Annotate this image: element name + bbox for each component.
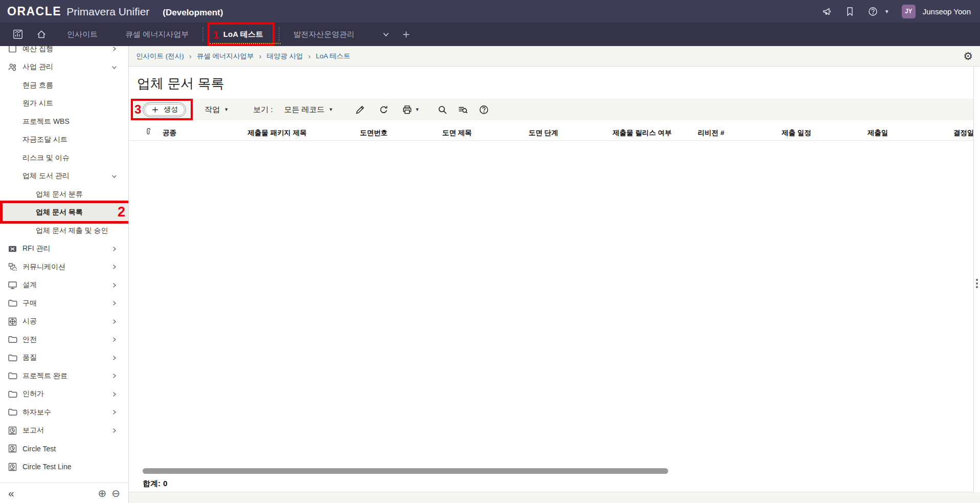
actions-dropdown[interactable]: 작업 ▼ <box>204 105 229 115</box>
sidebar-item-circle-test-line[interactable]: Circle Test Line <box>0 458 128 476</box>
toolbar: 3 생성 작업 ▼ 보기 : 모든 레코드 ▼ <box>129 99 973 120</box>
report-icon <box>7 425 18 436</box>
tab-qcells-energy[interactable]: 큐셀 에너지사업부 <box>111 30 202 39</box>
sidebar-footer: « ⊕ ⊖ <box>0 483 128 503</box>
table-header-row: 공종 제출물 패키지 제목 도면번호 도면 제목 도면 단계 제출물 릴리스 여… <box>129 125 980 141</box>
printer-icon <box>402 104 413 115</box>
chevron-right-icon <box>111 46 118 52</box>
tab-loa-test-active[interactable]: LoA 테스트 <box>223 30 263 39</box>
breadcrumb-solar-project[interactable]: 태양광 사업 <box>267 52 303 61</box>
home-icon[interactable] <box>36 29 47 40</box>
brand-logo: ORACLE Primavera Unifier (Development) <box>7 5 223 18</box>
chevron-right-icon <box>111 246 118 252</box>
find-in-list-icon[interactable] <box>458 104 468 115</box>
folder-icon <box>7 334 18 345</box>
view-dropdown[interactable]: 모든 레코드 ▼ <box>284 105 333 115</box>
help-icon[interactable] <box>478 104 489 115</box>
breadcrumb-insight[interactable]: 인사이트 (전사) <box>136 52 184 61</box>
tab-separator <box>202 27 203 41</box>
paperclip-icon[interactable] <box>144 127 153 136</box>
sidebar-item-design[interactable]: 설계 <box>0 276 128 295</box>
folder-icon <box>7 389 18 400</box>
total-count: 합계: 0 <box>143 479 167 489</box>
help-menu-caret-icon[interactable]: ▼ <box>884 9 890 14</box>
zoom-out-icon[interactable]: ⊖ <box>111 488 120 498</box>
folder-icon <box>7 353 18 363</box>
refresh-icon[interactable] <box>378 104 389 115</box>
portfolio-chart-icon[interactable] <box>12 29 24 40</box>
sidebar-item-circle-test[interactable]: Circle Test <box>0 440 128 458</box>
announcements-icon[interactable] <box>822 6 832 17</box>
sidebar-item-project-wbs[interactable]: 프로젝트 WBS <box>0 113 128 131</box>
report-icon <box>7 462 18 472</box>
sidebar-item-permits[interactable]: 인허가 <box>0 385 128 404</box>
user-avatar[interactable]: JY <box>902 5 916 18</box>
col-header-discipline[interactable]: 공종 <box>163 128 176 138</box>
page-title: 업체 문서 목록 <box>137 75 980 90</box>
monitor-icon <box>7 280 18 291</box>
chevron-right-icon <box>111 336 118 343</box>
sidebar-list: 예산 집행 사업 관리 현금 흐름 원가 시트 프로젝트 WBS 자금조달 시트… <box>0 46 128 476</box>
view-label: 보기 : <box>253 105 272 115</box>
col-header-decision-date[interactable]: 결정일 <box>953 128 974 138</box>
col-header-submittal-package-title[interactable]: 제출물 패키지 제목 <box>247 128 307 138</box>
bookmark-icon[interactable] <box>845 6 855 17</box>
sidebar-item-quality[interactable]: 품질 <box>0 349 128 367</box>
folder-icon <box>7 407 18 418</box>
sidebar-item-cash-flow[interactable]: 현금 흐름 <box>0 76 128 95</box>
collapse-sidebar-icon[interactable]: « <box>8 488 14 498</box>
edit-pencil-icon[interactable] <box>355 104 366 115</box>
sidebar-item-construction[interactable]: 시공 <box>0 313 128 331</box>
breadcrumb-loa-test[interactable]: LoA 테스트 <box>316 52 351 61</box>
chevron-right-icon <box>111 373 118 379</box>
tab-insight[interactable]: 인사이트 <box>53 30 111 39</box>
sidebar-item-vendor-docs-management[interactable]: 업체 도서 관리 <box>0 167 128 186</box>
create-button[interactable]: 생성 <box>143 102 186 117</box>
sidebar-item-procurement[interactable]: 구매 <box>0 294 128 313</box>
header-actions: ▼ JY Junseop Yoon <box>822 5 973 18</box>
caret-down-icon: ▼ <box>224 107 229 112</box>
sidebar-item-communication[interactable]: 커뮤니케이션 <box>0 258 128 276</box>
horizontal-scrollbar-thumb[interactable] <box>143 468 668 474</box>
sidebar-item-budget-execution[interactable]: 예산 집행 <box>0 46 128 58</box>
sidebar-item-funding-sheet[interactable]: 자금조달 시트 <box>0 131 128 149</box>
right-panel-drag-handle-icon[interactable] <box>976 279 978 288</box>
sidebar-item-risk-issues[interactable]: 리스크 및 이슈 <box>0 149 128 167</box>
gear-icon[interactable]: ⚙ <box>963 51 973 61</box>
col-header-drawing-phase[interactable]: 도면 단계 <box>529 128 558 138</box>
sidebar-item-cost-sheet[interactable]: 원가 시트 <box>0 95 128 113</box>
add-tab-icon[interactable] <box>401 30 411 39</box>
tab-overflow-chevron-icon[interactable] <box>382 30 390 38</box>
sidebar-item-vendor-doc-list-selected[interactable]: 업체 문서 목록 <box>0 204 128 222</box>
sidebar-item-business-management[interactable]: 사업 관리 <box>0 58 128 77</box>
app-header: ORACLE Primavera Unifier (Development) ▼… <box>0 0 980 23</box>
people-gear-icon <box>7 62 18 73</box>
print-dropdown[interactable]: ▼ <box>402 104 420 115</box>
org-flow-icon <box>7 261 18 272</box>
sidebar-item-project-completion[interactable]: 프로젝트 완료 <box>0 367 128 385</box>
help-icon[interactable] <box>868 6 878 17</box>
app-window: ORACLE Primavera Unifier (Development) ▼… <box>0 0 980 503</box>
sidebar-item-defect-repair[interactable]: 하자보수 <box>0 403 128 422</box>
chevron-down-icon <box>111 173 118 180</box>
col-header-drawing-number[interactable]: 도면번호 <box>360 128 388 138</box>
breadcrumb-qcells-energy[interactable]: 큐셀 에너지사업부 <box>197 52 254 61</box>
sidebar-item-vendor-doc-submission-approval[interactable]: 업체 문서 제출 및 승인 <box>0 222 128 240</box>
col-header-submit-date[interactable]: 제출일 <box>868 128 888 138</box>
search-icon[interactable] <box>437 104 448 115</box>
caret-down-icon: ▼ <box>415 107 420 112</box>
tab-power-asset-mgmt[interactable]: 발전자산운영관리 <box>280 30 369 39</box>
col-header-submittal-release[interactable]: 제출물 릴리스 여부 <box>612 128 672 138</box>
sidebar-item-vendor-doc-category[interactable]: 업체 문서 분류 <box>0 185 128 204</box>
col-header-submit-schedule[interactable]: 제출 일정 <box>782 128 811 138</box>
annotation-number-1: 1 <box>213 29 219 40</box>
zoom-in-icon[interactable]: ⊕ <box>98 488 106 498</box>
sidebar-item-rfi-management[interactable]: RFI 관리 <box>0 240 128 258</box>
main-area: 예산 집행 사업 관리 현금 흐름 원가 시트 프로젝트 WBS 자금조달 시트… <box>0 46 980 503</box>
content-pane: 인사이트 (전사) › 큐셀 에너지사업부 › 태양광 사업 › LoA 테스트… <box>129 46 980 503</box>
chevron-right-icon <box>111 391 118 398</box>
col-header-revision[interactable]: 리비전 # <box>698 128 724 138</box>
sidebar-item-reports[interactable]: 보고서 <box>0 422 128 440</box>
sidebar-item-safety[interactable]: 안전 <box>0 331 128 349</box>
col-header-drawing-title[interactable]: 도면 제목 <box>442 128 472 138</box>
